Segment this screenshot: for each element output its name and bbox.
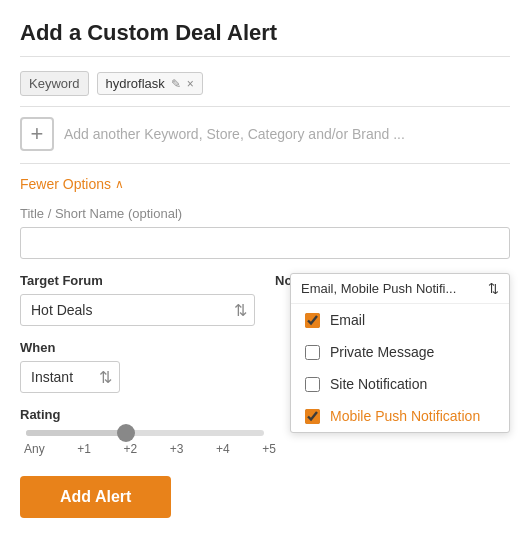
slider-track bbox=[26, 430, 264, 436]
notification-option-site[interactable]: Site Notification bbox=[291, 368, 509, 400]
mobile-label: Mobile Push Notification bbox=[330, 408, 480, 424]
title-field-section: Title / Short Name (optional) bbox=[20, 206, 510, 273]
when-select[interactable]: Instant Daily Weekly bbox=[20, 361, 120, 393]
tick-plus1: +1 bbox=[77, 442, 91, 456]
notification-trigger-text: Email, Mobile Push Notifi... bbox=[301, 281, 456, 296]
forum-notification-row: Target Forum Hot Deals All Deals Freebie… bbox=[20, 273, 510, 326]
when-wrapper: Instant Daily Weekly ⇅ bbox=[20, 361, 120, 393]
fewer-options-label: Fewer Options bbox=[20, 176, 111, 192]
title-field-label: Title / Short Name (optional) bbox=[20, 206, 510, 221]
rating-slider-container: Any +1 +2 +3 +4 +5 bbox=[20, 430, 280, 456]
notification-dropdown: Email, Mobile Push Notifi... ⇅ Email Pri… bbox=[290, 273, 510, 433]
keyword-label: Keyword bbox=[20, 71, 89, 96]
notification-trigger[interactable]: Email, Mobile Push Notifi... ⇅ bbox=[291, 274, 509, 304]
add-alert-button[interactable]: Add Alert bbox=[20, 476, 171, 518]
tick-plus5: +5 bbox=[262, 442, 276, 456]
notification-chevron-icon: ⇅ bbox=[488, 281, 499, 296]
add-keyword-button[interactable]: + bbox=[20, 117, 54, 151]
target-forum-wrapper: Hot Deals All Deals Freebies ⇅ bbox=[20, 294, 255, 326]
chevron-up-icon: ∧ bbox=[115, 177, 124, 191]
target-forum-select[interactable]: Hot Deals All Deals Freebies bbox=[20, 294, 255, 326]
add-placeholder-text: Add another Keyword, Store, Category and… bbox=[64, 126, 405, 142]
keyword-tag-text: hydroflask bbox=[106, 76, 165, 91]
email-checkbox[interactable] bbox=[305, 313, 320, 328]
keyword-row: Keyword hydroflask ✎ × bbox=[20, 71, 510, 107]
notification-option-email[interactable]: Email bbox=[291, 304, 509, 336]
target-forum-label: Target Forum bbox=[20, 273, 255, 288]
tick-plus2: +2 bbox=[124, 442, 138, 456]
site-checkbox[interactable] bbox=[305, 377, 320, 392]
page-title: Add a Custom Deal Alert bbox=[20, 20, 510, 57]
notification-method-col: Notification Method Email, Mobile Push N… bbox=[275, 273, 510, 326]
tick-any: Any bbox=[24, 442, 45, 456]
mobile-checkbox[interactable] bbox=[305, 409, 320, 424]
slider-fill bbox=[26, 430, 126, 436]
notification-option-mobile[interactable]: Mobile Push Notification bbox=[291, 400, 509, 432]
add-row: + Add another Keyword, Store, Category a… bbox=[20, 117, 510, 164]
edit-icon[interactable]: ✎ bbox=[171, 77, 181, 91]
tick-plus3: +3 bbox=[170, 442, 184, 456]
pm-label: Private Message bbox=[330, 344, 434, 360]
fewer-options-link[interactable]: Fewer Options ∧ bbox=[20, 176, 124, 192]
email-label: Email bbox=[330, 312, 365, 328]
target-forum-col: Target Forum Hot Deals All Deals Freebie… bbox=[20, 273, 255, 326]
close-icon[interactable]: × bbox=[187, 77, 194, 91]
site-label: Site Notification bbox=[330, 376, 427, 392]
slider-row bbox=[20, 430, 280, 436]
notification-option-pm[interactable]: Private Message bbox=[291, 336, 509, 368]
tick-plus4: +4 bbox=[216, 442, 230, 456]
slider-thumb[interactable] bbox=[117, 424, 135, 442]
title-input[interactable] bbox=[20, 227, 510, 259]
pm-checkbox[interactable] bbox=[305, 345, 320, 360]
keyword-tag: hydroflask ✎ × bbox=[97, 72, 203, 95]
tick-labels: Any +1 +2 +3 +4 +5 bbox=[20, 442, 280, 456]
